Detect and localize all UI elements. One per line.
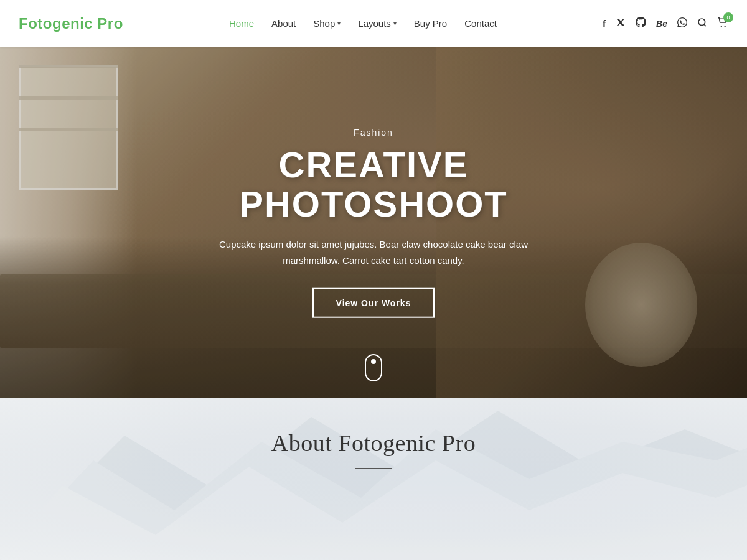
hero-title: CREATIVE PHOTOSHOOT xyxy=(156,144,591,224)
svg-point-3 xyxy=(725,26,726,27)
about-divider xyxy=(355,468,392,469)
shop-chevron-icon: ▾ xyxy=(337,20,341,27)
search-icon[interactable] xyxy=(697,17,707,30)
behance-icon[interactable]: Be xyxy=(656,19,667,29)
nav-item-about[interactable]: About xyxy=(271,18,296,29)
cart-icon[interactable]: 0 xyxy=(717,17,728,30)
nav-item-buy-pro[interactable]: Buy Pro xyxy=(414,18,447,29)
svg-point-0 xyxy=(698,19,705,26)
svg-point-5 xyxy=(371,359,376,364)
nav-item-home[interactable]: Home xyxy=(229,18,254,29)
header-icons: f Be xyxy=(603,17,728,30)
site-logo[interactable]: Fotogenic Pro xyxy=(19,15,123,32)
whatsapp-icon[interactable] xyxy=(677,17,687,30)
hero-section: Fashion CREATIVE PHOTOSHOOT Cupcake ipsu… xyxy=(0,47,747,398)
scroll-indicator[interactable] xyxy=(365,354,382,386)
about-title: About Fotogenic Pro xyxy=(271,429,476,457)
github-icon[interactable] xyxy=(636,17,646,30)
view-works-button[interactable]: View Our Works xyxy=(312,288,435,318)
layouts-chevron-icon: ▾ xyxy=(393,20,397,27)
nav-item-contact[interactable]: Contact xyxy=(464,18,497,29)
svg-rect-4 xyxy=(365,355,382,381)
hero-category: Fashion xyxy=(156,127,591,137)
svg-line-1 xyxy=(704,24,706,26)
cart-badge: 0 xyxy=(723,12,733,22)
twitter-icon[interactable] xyxy=(616,18,626,29)
hero-content: Fashion CREATIVE PHOTOSHOOT Cupcake ipsu… xyxy=(156,127,591,318)
facebook-icon[interactable]: f xyxy=(603,18,606,29)
hero-description: Cupcake ipsum dolor sit amet jujubes. Be… xyxy=(199,236,548,268)
main-nav: Home About Shop ▾ Layouts ▾ Buy Pro Cont… xyxy=(229,18,497,29)
nav-item-layouts[interactable]: Layouts ▾ xyxy=(358,18,397,29)
header: Fotogenic Pro Home About Shop ▾ Layouts … xyxy=(0,0,747,47)
mountain-illustration xyxy=(0,398,747,560)
nav-item-shop[interactable]: Shop ▾ xyxy=(313,18,341,29)
svg-point-2 xyxy=(721,26,722,27)
about-section: About Fotogenic Pro xyxy=(0,398,747,560)
